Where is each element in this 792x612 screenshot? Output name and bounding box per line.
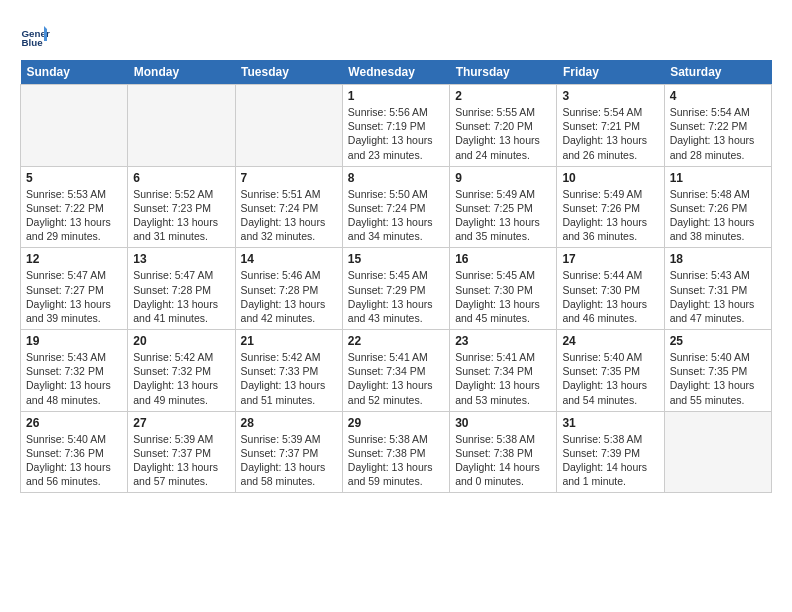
day-info: Sunrise: 5:46 AMSunset: 7:28 PMDaylight:… (241, 268, 337, 325)
logo-icon: General Blue (20, 20, 50, 50)
calendar-cell: 24Sunrise: 5:40 AMSunset: 7:35 PMDayligh… (557, 330, 664, 412)
calendar-cell: 31Sunrise: 5:38 AMSunset: 7:39 PMDayligh… (557, 411, 664, 493)
day-number: 13 (133, 252, 229, 266)
day-info: Sunrise: 5:51 AMSunset: 7:24 PMDaylight:… (241, 187, 337, 244)
day-info: Sunrise: 5:38 AMSunset: 7:38 PMDaylight:… (455, 432, 551, 489)
calendar-cell: 18Sunrise: 5:43 AMSunset: 7:31 PMDayligh… (664, 248, 771, 330)
day-number: 27 (133, 416, 229, 430)
day-header-sunday: Sunday (21, 60, 128, 85)
day-number: 3 (562, 89, 658, 103)
day-info: Sunrise: 5:55 AMSunset: 7:20 PMDaylight:… (455, 105, 551, 162)
calendar-week-3: 12Sunrise: 5:47 AMSunset: 7:27 PMDayligh… (21, 248, 772, 330)
calendar-cell: 15Sunrise: 5:45 AMSunset: 7:29 PMDayligh… (342, 248, 449, 330)
calendar-cell: 4Sunrise: 5:54 AMSunset: 7:22 PMDaylight… (664, 85, 771, 167)
calendar-cell: 8Sunrise: 5:50 AMSunset: 7:24 PMDaylight… (342, 166, 449, 248)
calendar-table: SundayMondayTuesdayWednesdayThursdayFrid… (20, 60, 772, 493)
day-number: 12 (26, 252, 122, 266)
calendar-cell: 30Sunrise: 5:38 AMSunset: 7:38 PMDayligh… (450, 411, 557, 493)
day-info: Sunrise: 5:40 AMSunset: 7:35 PMDaylight:… (562, 350, 658, 407)
day-header-thursday: Thursday (450, 60, 557, 85)
calendar-cell: 12Sunrise: 5:47 AMSunset: 7:27 PMDayligh… (21, 248, 128, 330)
calendar-cell: 28Sunrise: 5:39 AMSunset: 7:37 PMDayligh… (235, 411, 342, 493)
calendar-cell (664, 411, 771, 493)
day-info: Sunrise: 5:47 AMSunset: 7:28 PMDaylight:… (133, 268, 229, 325)
calendar-cell: 25Sunrise: 5:40 AMSunset: 7:35 PMDayligh… (664, 330, 771, 412)
day-number: 1 (348, 89, 444, 103)
day-info: Sunrise: 5:48 AMSunset: 7:26 PMDaylight:… (670, 187, 766, 244)
day-number: 20 (133, 334, 229, 348)
day-number: 25 (670, 334, 766, 348)
day-info: Sunrise: 5:49 AMSunset: 7:25 PMDaylight:… (455, 187, 551, 244)
day-number: 22 (348, 334, 444, 348)
day-info: Sunrise: 5:54 AMSunset: 7:21 PMDaylight:… (562, 105, 658, 162)
day-info: Sunrise: 5:39 AMSunset: 7:37 PMDaylight:… (133, 432, 229, 489)
page-header: General Blue (20, 20, 772, 50)
day-header-saturday: Saturday (664, 60, 771, 85)
day-info: Sunrise: 5:42 AMSunset: 7:33 PMDaylight:… (241, 350, 337, 407)
calendar-cell: 20Sunrise: 5:42 AMSunset: 7:32 PMDayligh… (128, 330, 235, 412)
calendar-cell: 2Sunrise: 5:55 AMSunset: 7:20 PMDaylight… (450, 85, 557, 167)
day-header-tuesday: Tuesday (235, 60, 342, 85)
day-number: 21 (241, 334, 337, 348)
logo: General Blue (20, 20, 54, 50)
calendar-cell: 11Sunrise: 5:48 AMSunset: 7:26 PMDayligh… (664, 166, 771, 248)
day-number: 30 (455, 416, 551, 430)
day-info: Sunrise: 5:54 AMSunset: 7:22 PMDaylight:… (670, 105, 766, 162)
calendar-header-row: SundayMondayTuesdayWednesdayThursdayFrid… (21, 60, 772, 85)
calendar-cell (128, 85, 235, 167)
calendar-cell: 5Sunrise: 5:53 AMSunset: 7:22 PMDaylight… (21, 166, 128, 248)
day-info: Sunrise: 5:49 AMSunset: 7:26 PMDaylight:… (562, 187, 658, 244)
day-info: Sunrise: 5:53 AMSunset: 7:22 PMDaylight:… (26, 187, 122, 244)
day-info: Sunrise: 5:52 AMSunset: 7:23 PMDaylight:… (133, 187, 229, 244)
day-number: 18 (670, 252, 766, 266)
calendar-week-4: 19Sunrise: 5:43 AMSunset: 7:32 PMDayligh… (21, 330, 772, 412)
day-info: Sunrise: 5:40 AMSunset: 7:35 PMDaylight:… (670, 350, 766, 407)
day-number: 5 (26, 171, 122, 185)
day-info: Sunrise: 5:43 AMSunset: 7:32 PMDaylight:… (26, 350, 122, 407)
day-number: 28 (241, 416, 337, 430)
day-header-wednesday: Wednesday (342, 60, 449, 85)
day-number: 26 (26, 416, 122, 430)
calendar-cell (21, 85, 128, 167)
calendar-cell: 19Sunrise: 5:43 AMSunset: 7:32 PMDayligh… (21, 330, 128, 412)
calendar-cell: 7Sunrise: 5:51 AMSunset: 7:24 PMDaylight… (235, 166, 342, 248)
day-number: 11 (670, 171, 766, 185)
day-info: Sunrise: 5:50 AMSunset: 7:24 PMDaylight:… (348, 187, 444, 244)
calendar-cell: 1Sunrise: 5:56 AMSunset: 7:19 PMDaylight… (342, 85, 449, 167)
calendar-week-1: 1Sunrise: 5:56 AMSunset: 7:19 PMDaylight… (21, 85, 772, 167)
calendar-cell: 3Sunrise: 5:54 AMSunset: 7:21 PMDaylight… (557, 85, 664, 167)
day-number: 6 (133, 171, 229, 185)
calendar-week-5: 26Sunrise: 5:40 AMSunset: 7:36 PMDayligh… (21, 411, 772, 493)
day-info: Sunrise: 5:42 AMSunset: 7:32 PMDaylight:… (133, 350, 229, 407)
day-number: 4 (670, 89, 766, 103)
day-number: 17 (562, 252, 658, 266)
day-header-friday: Friday (557, 60, 664, 85)
calendar-cell: 13Sunrise: 5:47 AMSunset: 7:28 PMDayligh… (128, 248, 235, 330)
day-number: 19 (26, 334, 122, 348)
calendar-cell: 17Sunrise: 5:44 AMSunset: 7:30 PMDayligh… (557, 248, 664, 330)
day-info: Sunrise: 5:45 AMSunset: 7:30 PMDaylight:… (455, 268, 551, 325)
svg-text:Blue: Blue (22, 37, 44, 48)
calendar-cell: 26Sunrise: 5:40 AMSunset: 7:36 PMDayligh… (21, 411, 128, 493)
day-info: Sunrise: 5:47 AMSunset: 7:27 PMDaylight:… (26, 268, 122, 325)
day-info: Sunrise: 5:44 AMSunset: 7:30 PMDaylight:… (562, 268, 658, 325)
calendar-cell: 22Sunrise: 5:41 AMSunset: 7:34 PMDayligh… (342, 330, 449, 412)
calendar-cell: 21Sunrise: 5:42 AMSunset: 7:33 PMDayligh… (235, 330, 342, 412)
day-number: 7 (241, 171, 337, 185)
day-number: 29 (348, 416, 444, 430)
day-info: Sunrise: 5:38 AMSunset: 7:39 PMDaylight:… (562, 432, 658, 489)
day-header-monday: Monday (128, 60, 235, 85)
day-number: 15 (348, 252, 444, 266)
day-info: Sunrise: 5:45 AMSunset: 7:29 PMDaylight:… (348, 268, 444, 325)
calendar-cell: 23Sunrise: 5:41 AMSunset: 7:34 PMDayligh… (450, 330, 557, 412)
calendar-cell: 10Sunrise: 5:49 AMSunset: 7:26 PMDayligh… (557, 166, 664, 248)
calendar-cell: 6Sunrise: 5:52 AMSunset: 7:23 PMDaylight… (128, 166, 235, 248)
calendar-cell (235, 85, 342, 167)
day-info: Sunrise: 5:41 AMSunset: 7:34 PMDaylight:… (455, 350, 551, 407)
day-info: Sunrise: 5:38 AMSunset: 7:38 PMDaylight:… (348, 432, 444, 489)
day-number: 10 (562, 171, 658, 185)
day-number: 14 (241, 252, 337, 266)
day-info: Sunrise: 5:43 AMSunset: 7:31 PMDaylight:… (670, 268, 766, 325)
day-info: Sunrise: 5:56 AMSunset: 7:19 PMDaylight:… (348, 105, 444, 162)
day-number: 8 (348, 171, 444, 185)
